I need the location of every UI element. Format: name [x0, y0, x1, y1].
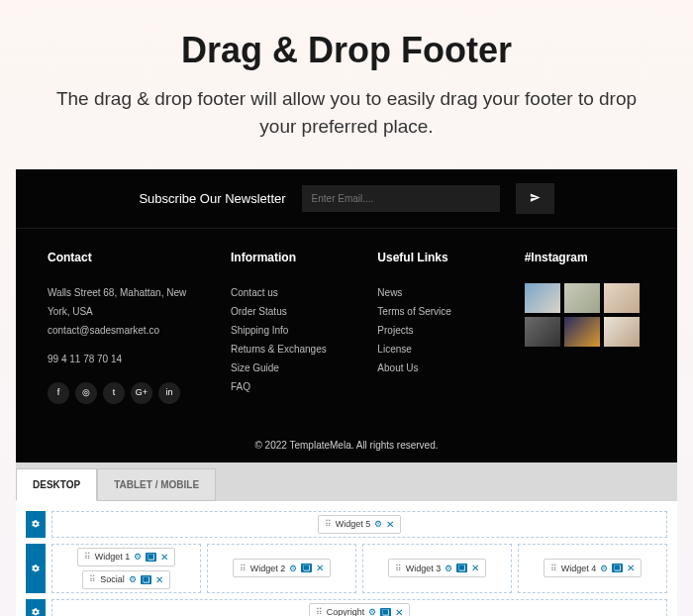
- drop-cell[interactable]: ⠿ Widget 4 ⚙ ❏ ✕: [518, 544, 667, 593]
- duplicate-icon[interactable]: ❏: [146, 553, 156, 562]
- close-icon[interactable]: ✕: [386, 519, 394, 530]
- close-icon[interactable]: ✕: [316, 563, 324, 573]
- widget-label: Widget 4: [561, 564, 597, 573]
- instagram-heading: #Instagram: [525, 247, 645, 269]
- device-tabs: DESKTOP TABLET / MOBILE: [16, 462, 677, 501]
- gear-icon[interactable]: ⚙: [374, 519, 382, 529]
- instagram-thumb[interactable]: [525, 283, 560, 313]
- close-icon[interactable]: ✕: [160, 552, 168, 563]
- info-link[interactable]: Contact us: [231, 283, 351, 302]
- drag-icon: ⠿: [240, 564, 247, 573]
- gear-icon[interactable]: ⚙: [600, 564, 608, 573]
- useful-link[interactable]: About Us: [377, 359, 498, 377]
- duplicate-icon[interactable]: ❏: [456, 564, 467, 572]
- linkedin-icon[interactable]: in: [158, 382, 180, 404]
- send-icon: [530, 192, 541, 203]
- instagram-thumb[interactable]: [564, 317, 600, 347]
- useful-link[interactable]: Projects: [377, 321, 498, 340]
- builder-row: ⠿ Widget 5 ⚙ ✕: [26, 511, 667, 538]
- tab-desktop[interactable]: DESKTOP: [16, 468, 97, 501]
- duplicate-icon[interactable]: ❏: [301, 564, 312, 572]
- gear-icon: [31, 519, 41, 529]
- widget-chip[interactable]: ⠿ Widget 1 ⚙ ❏ ✕: [77, 548, 176, 566]
- drop-cell[interactable]: ⠿ Widget 5 ⚙ ✕: [51, 511, 667, 538]
- widget-label: Widget 1: [95, 552, 131, 562]
- gear-icon[interactable]: ⚙: [445, 564, 452, 573]
- widget-chip[interactable]: ⠿ Widget 2 ⚙ ❏ ✕: [233, 559, 332, 577]
- close-icon[interactable]: ✕: [471, 563, 479, 573]
- drop-cell[interactable]: ⠿ Widget 3 ⚙ ❏ ✕: [362, 544, 512, 593]
- close-icon[interactable]: ✕: [155, 574, 163, 585]
- info-link[interactable]: Shipping Info: [231, 321, 351, 340]
- widget-label: Copyright: [327, 607, 365, 616]
- gear-icon[interactable]: ⚙: [368, 607, 376, 616]
- useful-link[interactable]: Terms of Service: [377, 302, 498, 321]
- useful-link[interactable]: License: [377, 340, 498, 359]
- newsletter-input[interactable]: [302, 185, 500, 212]
- info-link[interactable]: Returns & Exchanges: [231, 340, 351, 359]
- widget-chip[interactable]: ⠿ Widget 3 ⚙ ❏ ✕: [388, 559, 487, 577]
- instagram-thumb[interactable]: [604, 317, 640, 347]
- drag-icon: ⠿: [550, 564, 557, 573]
- gear-icon[interactable]: ⚙: [289, 564, 297, 573]
- contact-phone: 99 4 11 78 70 14: [48, 350, 205, 368]
- footer-col-useful: Useful Links News Terms of Service Proje…: [377, 247, 498, 404]
- page-title: Drag & Drop Footer: [40, 30, 653, 71]
- duplicate-icon[interactable]: ❏: [612, 564, 623, 572]
- duplicate-icon[interactable]: ❏: [380, 608, 391, 616]
- gear-icon: [31, 607, 41, 616]
- drop-cell[interactable]: ⠿ Widget 1 ⚙ ❏ ✕ ⠿ Social ⚙ ❏ ✕: [51, 544, 201, 593]
- info-link[interactable]: Size Guide: [231, 359, 351, 377]
- useful-heading: Useful Links: [377, 247, 498, 269]
- widget-chip[interactable]: ⠿ Widget 4 ⚙ ❏ ✕: [544, 559, 643, 577]
- page-subtitle: The drag & drop footer will allow you to…: [40, 85, 653, 140]
- contact-heading: Contact: [48, 247, 205, 269]
- widget-chip[interactable]: ⠿ Social ⚙ ❏ ✕: [82, 570, 170, 589]
- instagram-thumb[interactable]: [604, 283, 640, 313]
- widget-chip[interactable]: ⠿ Copyright ⚙ ❏ ✕: [309, 603, 411, 616]
- information-heading: Information: [231, 247, 351, 269]
- widget-chip[interactable]: ⠿ Widget 5 ⚙ ✕: [318, 515, 402, 534]
- newsletter-send-button[interactable]: [516, 183, 554, 214]
- instagram-icon[interactable]: ◎: [75, 382, 97, 404]
- row-settings-button[interactable]: [26, 599, 46, 616]
- gear-icon[interactable]: ⚙: [129, 574, 137, 584]
- instagram-thumb[interactable]: [525, 317, 560, 347]
- widget-label: Widget 3: [406, 564, 442, 573]
- contact-address: Walls Street 68, Mahattan, New York, USA: [48, 283, 205, 321]
- widget-label: Widget 5: [336, 519, 371, 529]
- info-link[interactable]: Order Status: [231, 302, 351, 321]
- close-icon[interactable]: ✕: [395, 607, 403, 616]
- footer-preview: Subscribe Our Newsletter Contact Walls S…: [16, 169, 677, 462]
- instagram-thumb[interactable]: [564, 283, 600, 313]
- footer-col-instagram: #Instagram: [525, 247, 645, 404]
- footer-col-information: Information Contact us Order Status Ship…: [231, 247, 351, 404]
- newsletter-label: Subscribe Our Newsletter: [139, 191, 285, 206]
- contact-email: contact@sadesmarket.co: [48, 321, 205, 340]
- row-settings-button[interactable]: [26, 511, 46, 538]
- row-settings-button[interactable]: [26, 544, 46, 593]
- close-icon[interactable]: ✕: [627, 563, 635, 573]
- copyright-text: © 2022 TemplateMela. All rights reserved…: [16, 428, 677, 462]
- builder-row: ⠿ Widget 1 ⚙ ❏ ✕ ⠿ Social ⚙ ❏ ✕: [26, 544, 667, 593]
- drop-cell[interactable]: ⠿ Copyright ⚙ ❏ ✕: [51, 599, 667, 616]
- footer-builder: DESKTOP TABLET / MOBILE ⠿ Widget 5 ⚙ ✕: [16, 462, 677, 616]
- drag-icon: ⠿: [84, 552, 91, 562]
- tab-tablet-mobile[interactable]: TABLET / MOBILE: [97, 468, 216, 501]
- facebook-icon[interactable]: f: [48, 382, 69, 404]
- drop-cell[interactable]: ⠿ Widget 2 ⚙ ❏ ✕: [207, 544, 356, 593]
- googleplus-icon[interactable]: G+: [131, 382, 152, 404]
- useful-link[interactable]: News: [377, 283, 498, 302]
- twitter-icon[interactable]: t: [103, 382, 125, 404]
- drag-icon: ⠿: [316, 607, 323, 616]
- widget-label: Widget 2: [250, 564, 286, 573]
- widget-label: Social: [100, 574, 125, 584]
- builder-row: ⠿ Copyright ⚙ ❏ ✕: [26, 599, 667, 616]
- gear-icon: [31, 564, 41, 573]
- footer-col-contact: Contact Walls Street 68, Mahattan, New Y…: [48, 247, 205, 404]
- drag-icon: ⠿: [89, 574, 96, 584]
- info-link[interactable]: FAQ: [231, 377, 351, 396]
- gear-icon[interactable]: ⚙: [134, 552, 142, 562]
- duplicate-icon[interactable]: ❏: [141, 575, 151, 584]
- drag-icon: ⠿: [325, 519, 332, 529]
